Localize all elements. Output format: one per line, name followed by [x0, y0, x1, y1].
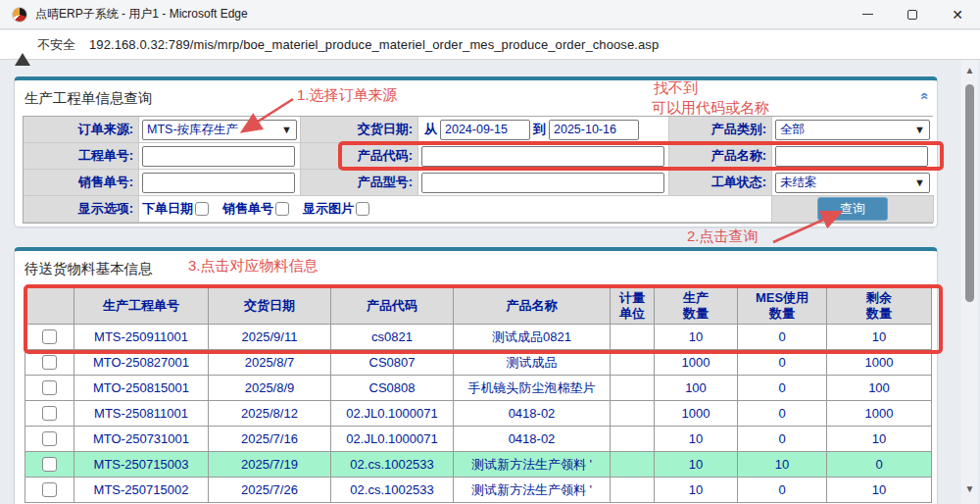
cell-mes-qty[interactable]: 0	[738, 350, 827, 376]
cell-mes-qty[interactable]: 0	[738, 401, 827, 427]
cell-mes-qty[interactable]: 0	[738, 427, 827, 452]
cell-product-name[interactable]: 测试新方法生产领料 '	[454, 478, 611, 503]
cell-product-code[interactable]: 02.JL0.1000071	[331, 427, 454, 452]
cell-remain-qty[interactable]: 1000	[827, 350, 932, 376]
materials-table: 生产工程单号交货日期产品代码产品名称计量 单位生产 数量MES使用 数量剩余 数…	[24, 287, 932, 503]
cell-delivery-date[interactable]: 2025/9/11	[209, 325, 331, 350]
vertical-scrollbar[interactable]: ▲ ▼	[961, 60, 978, 504]
product-name-input[interactable]	[775, 146, 928, 167]
cell-delivery-date[interactable]: 2025/8/12	[209, 401, 331, 427]
cell-product-name[interactable]: 测试成品	[454, 350, 611, 376]
column-header: 产品代码	[331, 288, 454, 325]
close-button[interactable]: ✕	[935, 0, 980, 28]
scroll-up-icon[interactable]: ▲	[964, 65, 975, 76]
table-row[interactable]: MTS-2507150032025/7/1902.cs.1002533测试新方法…	[25, 452, 932, 478]
cell-mes-qty[interactable]: 10	[738, 452, 827, 478]
order-source-select[interactable]: MTS-按库存生产 ▼	[142, 120, 297, 140]
collapse-panel-icon[interactable]: »	[915, 92, 931, 100]
minimize-button[interactable]	[845, 0, 890, 28]
scroll-down-icon[interactable]: ▼	[964, 483, 975, 494]
cell-product-name[interactable]: 0418-02	[454, 401, 611, 427]
cell-remain-qty[interactable]: 10	[827, 478, 932, 503]
row-checkbox[interactable]	[42, 380, 57, 395]
product-code-input[interactable]	[421, 146, 664, 167]
row-checkbox[interactable]	[42, 482, 57, 497]
cell-delivery-date[interactable]: 2025/8/9	[209, 376, 331, 401]
app-favicon-icon	[12, 7, 27, 23]
cell-unit[interactable]	[611, 376, 655, 401]
cell-remain-qty[interactable]: 10	[827, 325, 932, 350]
cell-order-no[interactable]: MTS-250811001	[74, 401, 209, 427]
order-status-select[interactable]: 未结案 ▼	[775, 173, 930, 193]
cell-unit[interactable]	[611, 325, 655, 350]
cell-unit[interactable]	[611, 427, 655, 452]
cell-product-name[interactable]: 0418-02	[454, 427, 611, 452]
row-checkbox[interactable]	[42, 457, 57, 472]
display-option-checkbox[interactable]	[195, 202, 209, 216]
cell-unit[interactable]	[611, 478, 655, 503]
cell-mes-qty[interactable]: 0	[738, 478, 827, 503]
cell-product-name[interactable]: 测试成品0821	[454, 325, 611, 350]
row-checkbox[interactable]	[42, 431, 57, 446]
table-row[interactable]: MTS-2508110012025/8/1202.JL0.10000710418…	[25, 401, 932, 427]
row-checkbox[interactable]	[42, 329, 57, 344]
cell-order-no[interactable]: MTS-250715003	[74, 452, 209, 478]
table-row[interactable]: MTS-2509110012025/9/11cs0821测试成品08211001…	[25, 325, 932, 350]
cell-produce-qty[interactable]: 100	[655, 376, 738, 401]
cell-produce-qty[interactable]: 1000	[655, 401, 738, 427]
url-text[interactable]: 192.168.0.32:789/mis/mrp/boe_materiel_pr…	[89, 37, 659, 52]
sales-no-input[interactable]	[142, 173, 295, 193]
product-name-label: 产品名称:	[669, 143, 772, 170]
cell-remain-qty[interactable]: 100	[827, 376, 932, 401]
maximize-button[interactable]	[890, 0, 935, 28]
table-row[interactable]: MTS-2507150022025/7/2602.cs.1002533测试新方法…	[25, 478, 932, 503]
cell-order-no[interactable]: MTO-250827001	[74, 350, 209, 376]
cell-produce-qty[interactable]: 10	[655, 427, 738, 452]
address-bar[interactable]: ! 不安全 192.168.0.32:789/mis/mrp/boe_mater…	[0, 30, 980, 60]
row-checkbox[interactable]	[42, 406, 57, 421]
cell-product-name[interactable]: 测试新方法生产领料 '	[454, 452, 611, 478]
product-model-input[interactable]	[421, 173, 664, 193]
cell-delivery-date[interactable]: 2025/7/19	[209, 452, 331, 478]
table-row[interactable]: MTO-2508150012025/8/9CS0808手机镜头防尘泡棉垫片100…	[25, 376, 932, 401]
scrollbar-thumb[interactable]	[965, 84, 974, 302]
cell-mes-qty[interactable]: 0	[738, 376, 827, 401]
table-row[interactable]: MTO-2508270012025/8/7CS0807测试成品100001000	[25, 350, 932, 376]
product-category-select[interactable]: 全部 ▼	[775, 120, 930, 140]
cell-order-no[interactable]: MTO-250815001	[74, 376, 209, 401]
cell-remain-qty[interactable]: 0	[827, 452, 932, 478]
display-option-checkbox[interactable]	[275, 202, 289, 216]
cell-product-code[interactable]: 02.JL0.1000071	[331, 401, 454, 427]
cell-remain-qty[interactable]: 10	[827, 427, 932, 452]
cell-product-code[interactable]: 02.cs.1002533	[331, 478, 454, 503]
row-checkbox[interactable]	[42, 355, 57, 370]
cell-remain-qty[interactable]: 1000	[827, 401, 932, 427]
cell-unit[interactable]	[611, 452, 655, 478]
cell-delivery-date[interactable]: 2025/7/26	[209, 478, 331, 503]
order-no-input[interactable]	[142, 146, 295, 167]
cell-product-code[interactable]: CS0808	[331, 376, 454, 401]
delivery-date-from-input[interactable]	[440, 120, 530, 140]
cell-produce-qty[interactable]: 10	[655, 325, 738, 350]
cell-product-code[interactable]: CS0807	[331, 350, 454, 376]
cell-produce-qty[interactable]: 1000	[655, 350, 738, 376]
cell-unit[interactable]	[611, 350, 655, 376]
delivery-date-to-input[interactable]	[549, 120, 639, 140]
query-button[interactable]: 查询	[817, 197, 888, 221]
cell-mes-qty[interactable]: 0	[738, 325, 827, 350]
cell-product-code[interactable]: 02.cs.1002533	[331, 452, 454, 478]
cell-order-no[interactable]: MTO-250731001	[74, 427, 209, 452]
cell-produce-qty[interactable]: 10	[655, 478, 738, 503]
table-row[interactable]: MTO-2507310012025/7/1602.JL0.10000710418…	[25, 427, 932, 452]
query-panel: 生产工程单信息查询 » 订单来源: MTS-按库存生产 ▼ 交货日期: 从 到 …	[14, 76, 938, 227]
cell-product-code[interactable]: cs0821	[331, 325, 454, 350]
cell-order-no[interactable]: MTS-250715002	[74, 478, 209, 503]
cell-product-name[interactable]: 手机镜头防尘泡棉垫片	[454, 376, 611, 401]
cell-order-no[interactable]: MTS-250911001	[74, 325, 209, 350]
cell-produce-qty[interactable]: 10	[655, 452, 738, 478]
cell-delivery-date[interactable]: 2025/8/7	[209, 350, 331, 376]
cell-delivery-date[interactable]: 2025/7/16	[209, 427, 331, 452]
display-option-checkbox[interactable]	[356, 202, 369, 216]
column-header: 计量 单位	[611, 288, 655, 325]
cell-unit[interactable]	[611, 401, 655, 427]
